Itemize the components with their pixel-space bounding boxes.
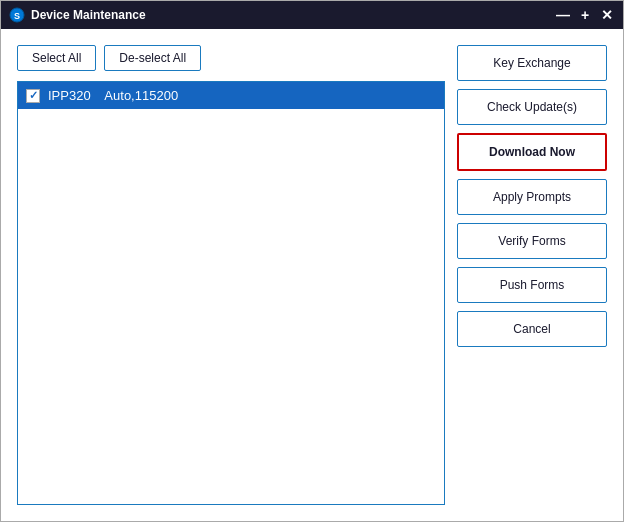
window-controls: — + ✕ — [555, 7, 615, 23]
content-area: Select All De-select All IPP320 Auto,115… — [1, 29, 623, 521]
push-forms-button[interactable]: Push Forms — [457, 267, 607, 303]
select-all-button[interactable]: Select All — [17, 45, 96, 71]
check-updates-button[interactable]: Check Update(s) — [457, 89, 607, 125]
right-panel: Key Exchange Check Update(s) Download No… — [457, 45, 607, 505]
title-bar: S Device Maintenance — + ✕ — [1, 1, 623, 29]
apply-prompts-button[interactable]: Apply Prompts — [457, 179, 607, 215]
window-title: Device Maintenance — [31, 8, 555, 22]
item-label: IPP320 Auto,115200 — [48, 88, 178, 103]
deselect-all-button[interactable]: De-select All — [104, 45, 201, 71]
key-exchange-button[interactable]: Key Exchange — [457, 45, 607, 81]
main-window: S Device Maintenance — + ✕ Select All De… — [0, 0, 624, 522]
top-buttons: Select All De-select All — [17, 45, 445, 71]
close-button[interactable]: ✕ — [599, 7, 615, 23]
download-now-button[interactable]: Download Now — [457, 133, 607, 171]
cancel-button[interactable]: Cancel — [457, 311, 607, 347]
device-list[interactable]: IPP320 Auto,115200 — [17, 81, 445, 505]
verify-forms-button[interactable]: Verify Forms — [457, 223, 607, 259]
svg-text:S: S — [14, 11, 20, 21]
app-icon: S — [9, 7, 25, 23]
list-item[interactable]: IPP320 Auto,115200 — [18, 82, 444, 109]
item-checkbox[interactable] — [26, 89, 40, 103]
left-panel: Select All De-select All IPP320 Auto,115… — [17, 45, 445, 505]
minimize-button[interactable]: — — [555, 7, 571, 23]
maximize-button[interactable]: + — [577, 7, 593, 23]
